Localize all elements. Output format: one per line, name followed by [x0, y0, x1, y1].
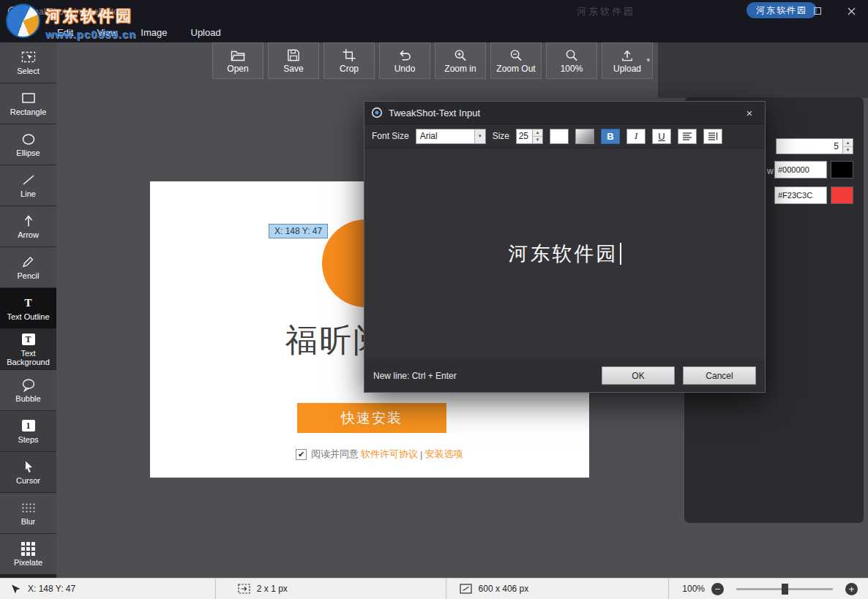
- tool-arrow[interactable]: Arrow: [0, 206, 56, 247]
- minimize-icon: [780, 11, 788, 12]
- cursor-position-icon: [10, 584, 21, 595]
- menu-item-image[interactable]: Image: [129, 22, 179, 42]
- main-toolbar: Open Save Crop Undo Zoom in Zoom Out 100…: [212, 42, 653, 79]
- text-entry-area[interactable]: 河东软件园: [364, 148, 765, 359]
- underline-button[interactable]: U: [652, 129, 671, 144]
- tool-pixelate[interactable]: Pixelate: [0, 534, 56, 575]
- dialog-app-icon: [371, 107, 383, 118]
- agreement-row: ✔ 阅读并同意 软件许可协议 | 安装选项: [296, 448, 465, 461]
- newline-hint: New line: Ctrl + Enter: [373, 371, 457, 381]
- status-bar: X: 148 Y: 47 2 x 1 px 600 x 406 px 100% …: [0, 578, 868, 599]
- align-button[interactable]: [678, 129, 697, 144]
- steps-icon: 1: [22, 418, 35, 433]
- tool-label: Text Background: [0, 349, 56, 366]
- tool-text-outline[interactable]: T Text Outline: [0, 288, 56, 329]
- plus-icon: +: [849, 584, 855, 594]
- watermark-faint-text: 河东软件园: [577, 5, 635, 18]
- shadow-label-fragment: w: [767, 166, 774, 176]
- tool-rectangle[interactable]: Rectangle: [0, 83, 56, 124]
- crop-button[interactable]: Crop: [323, 42, 375, 79]
- tool-text-background[interactable]: T Text Background: [0, 329, 56, 370]
- dialog-footer: New line: Ctrl + Enter OK Cancel: [364, 359, 765, 392]
- crop-icon: [342, 48, 356, 62]
- undo-button[interactable]: Undo: [379, 42, 430, 79]
- italic-button[interactable]: I: [626, 129, 646, 144]
- tool-line[interactable]: Line: [0, 165, 56, 206]
- install-button-graphic: 快速安装: [297, 403, 446, 433]
- dropdown-arrow-icon: ▾: [474, 129, 485, 143]
- tool-pencil[interactable]: Pencil: [0, 247, 56, 288]
- pencil-icon: [21, 255, 35, 269]
- bubble-icon: [21, 377, 36, 392]
- tool-select[interactable]: Select: [0, 42, 56, 83]
- save-button[interactable]: Save: [268, 42, 319, 79]
- undo-button-label: Undo: [394, 64, 416, 74]
- tool-label: Rectangle: [10, 108, 47, 116]
- zoom-slider[interactable]: [736, 588, 833, 590]
- spinner-arrows: ▲ ▼: [842, 139, 853, 154]
- menu-item-upload[interactable]: Upload: [179, 22, 233, 42]
- zoom-in-icon: [453, 48, 468, 62]
- spin-up-button[interactable]: ▲: [533, 129, 542, 136]
- zoom-slider-handle[interactable]: [782, 584, 788, 595]
- link-divider: |: [420, 449, 422, 460]
- zoom-in-button[interactable]: Zoom in: [435, 42, 486, 79]
- open-button-label: Open: [227, 64, 248, 74]
- shadow-color-swatch[interactable]: [831, 161, 853, 178]
- maximize-icon: [814, 7, 821, 15]
- spin-up-button[interactable]: ▲: [843, 139, 853, 146]
- indent-button[interactable]: [703, 129, 722, 144]
- select-icon: [21, 50, 36, 64]
- open-folder-icon: [230, 48, 246, 62]
- minimize-button[interactable]: [767, 0, 801, 22]
- tool-label: Cursor: [16, 476, 40, 485]
- zoom-reset-button[interactable]: 100%: [546, 42, 597, 79]
- shadow-color-input[interactable]: #000000: [774, 161, 827, 178]
- upload-button[interactable]: Upload ▾: [602, 42, 653, 79]
- tool-steps[interactable]: 1 Steps: [0, 411, 56, 452]
- tool-bubble[interactable]: Bubble: [0, 370, 56, 411]
- spin-down-button[interactable]: ▼: [843, 146, 853, 154]
- undo-icon: [397, 48, 412, 62]
- ok-button[interactable]: OK: [602, 366, 675, 385]
- dialog-close-button[interactable]: ×: [741, 104, 758, 121]
- dialog-titlebar[interactable]: TweakShot-Text Input ×: [364, 102, 765, 124]
- size-label: Size: [493, 131, 509, 141]
- blur-icon: [21, 500, 36, 515]
- text-color-white-button[interactable]: [550, 129, 569, 144]
- status-zoom-section: 100% − +: [669, 579, 868, 599]
- font-family-select[interactable]: Arial ▾: [416, 129, 486, 144]
- fill-color-input[interactable]: #F23C3C: [774, 187, 827, 204]
- selection-size-icon: [238, 584, 250, 594]
- fill-color-swatch[interactable]: [831, 187, 853, 204]
- upload-button-label: Upload: [613, 64, 641, 74]
- tool-label: Ellipse: [16, 148, 40, 157]
- upload-icon: [620, 48, 635, 62]
- close-button[interactable]: [834, 0, 868, 22]
- zoom-out-button[interactable]: Zoom Out: [490, 42, 542, 79]
- cancel-button[interactable]: Cancel: [683, 366, 756, 385]
- rectangle-icon: [21, 91, 36, 105]
- tool-cursor[interactable]: Cursor: [0, 452, 56, 493]
- text-caret: [620, 243, 621, 265]
- open-button[interactable]: Open: [212, 42, 263, 79]
- text-background-icon: T: [22, 332, 35, 347]
- zoom-increase-button[interactable]: +: [845, 583, 858, 595]
- bold-button[interactable]: B: [601, 129, 620, 144]
- tool-label: Select: [17, 67, 40, 75]
- zoom-out-button-label: Zoom Out: [496, 64, 535, 74]
- tool-label: Arrow: [18, 230, 39, 239]
- upload-dropdown-icon[interactable]: ▾: [646, 56, 650, 64]
- thickness-spinner[interactable]: 5 ▲ ▼: [776, 138, 853, 154]
- zoom-in-button-label: Zoom in: [444, 64, 476, 74]
- tool-blur[interactable]: Blur: [0, 493, 56, 534]
- tool-ellipse[interactable]: Ellipse: [0, 124, 56, 165]
- font-size-spinner[interactable]: 25 ▲ ▼: [516, 129, 543, 144]
- cursor-position-value: X: 148 Y: 47: [28, 584, 75, 594]
- maximize-button[interactable]: [801, 0, 834, 22]
- entered-text: 河东软件园: [509, 241, 618, 267]
- text-gradient-button[interactable]: [575, 129, 594, 144]
- spin-down-button[interactable]: ▼: [533, 136, 542, 143]
- zoom-decrease-button[interactable]: −: [711, 583, 724, 595]
- crop-button-label: Crop: [340, 64, 359, 74]
